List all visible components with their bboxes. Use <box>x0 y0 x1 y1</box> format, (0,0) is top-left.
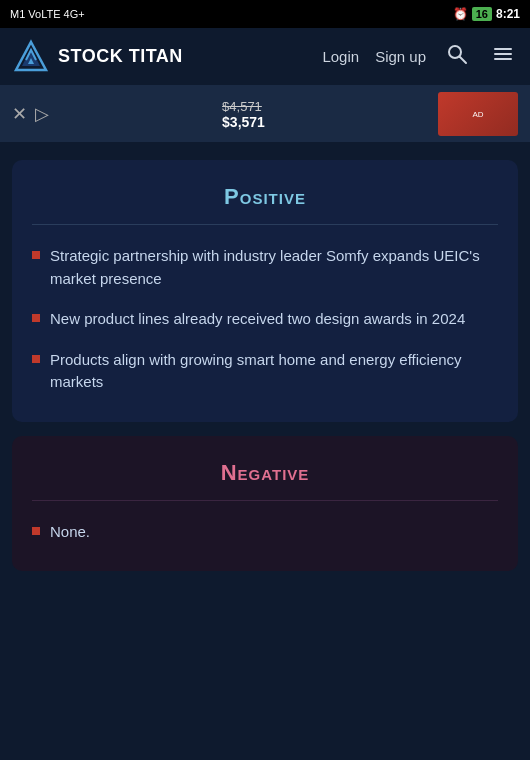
positive-section: Positive Strategic partnership with indu… <box>12 160 518 422</box>
ad-price-new: $3,571 <box>222 114 265 130</box>
positive-bullet-1: Strategic partnership with industry lead… <box>50 245 498 290</box>
ad-skip-button[interactable]: ▷ <box>35 103 49 125</box>
main-content: Positive Strategic partnership with indu… <box>0 160 530 605</box>
svg-line-3 <box>460 57 467 64</box>
bullet-icon <box>32 314 40 322</box>
list-item: Strategic partnership with industry lead… <box>32 245 498 290</box>
positive-divider <box>32 224 498 225</box>
ad-banner: ✕ ▷ $4,571 $3,571 AD <box>0 86 530 142</box>
time-display: 8:21 <box>496 7 520 21</box>
negative-divider <box>32 500 498 501</box>
positive-bullet-3: Products align with growing smart home a… <box>50 349 498 394</box>
ad-controls-left: ✕ ▷ <box>12 103 49 125</box>
navbar: STOCK TITAN Login Sign up <box>0 28 530 86</box>
negative-bullet-1: None. <box>50 521 90 544</box>
negative-section: Negative None. <box>12 436 518 572</box>
positive-title: Positive <box>32 184 498 210</box>
bullet-icon <box>32 527 40 535</box>
bullet-icon <box>32 355 40 363</box>
logo-icon <box>12 38 50 76</box>
negative-title: Negative <box>32 460 498 486</box>
logo-container: STOCK TITAN <box>12 38 322 76</box>
signup-link[interactable]: Sign up <box>375 48 426 65</box>
ad-price-old: $4,571 <box>222 99 265 114</box>
logo-text: STOCK TITAN <box>58 46 183 67</box>
hamburger-icon <box>492 43 514 65</box>
bullet-icon <box>32 251 40 259</box>
list-item: New product lines already received two d… <box>32 308 498 331</box>
negative-bullet-list: None. <box>32 521 498 544</box>
menu-button[interactable] <box>488 39 518 74</box>
nav-links: Login Sign up <box>322 39 518 74</box>
ad-close-button[interactable]: ✕ <box>12 103 27 125</box>
search-button[interactable] <box>442 39 472 74</box>
list-item: None. <box>32 521 498 544</box>
login-link[interactable]: Login <box>322 48 359 65</box>
status-right: ⏰ 16 8:21 <box>453 7 520 21</box>
battery-indicator: 16 <box>472 7 492 21</box>
ad-image[interactable]: AD <box>438 92 518 136</box>
positive-bullet-2: New product lines already received two d… <box>50 308 465 331</box>
search-icon <box>446 43 468 65</box>
positive-bullet-list: Strategic partnership with industry lead… <box>32 245 498 394</box>
ad-pricing: $4,571 $3,571 <box>222 99 265 130</box>
carrier-text: M1 VoLTE 4G+ <box>10 8 85 20</box>
alarm-icon: ⏰ <box>453 7 468 21</box>
status-left: M1 VoLTE 4G+ <box>10 8 85 20</box>
status-bar: M1 VoLTE 4G+ ⏰ 16 8:21 <box>0 0 530 28</box>
list-item: Products align with growing smart home a… <box>32 349 498 394</box>
